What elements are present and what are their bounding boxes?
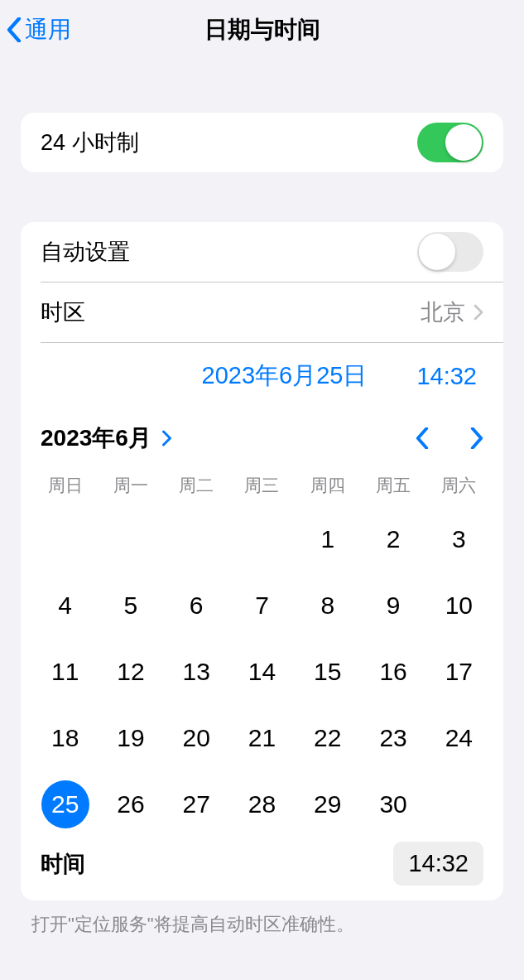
weekday-label: 周五 xyxy=(360,469,425,502)
calendar-day[interactable]: 26 xyxy=(98,780,163,828)
label-timezone: 时区 xyxy=(41,297,85,327)
calendar-day[interactable]: 22 xyxy=(295,714,360,762)
calendar-day[interactable]: 11 xyxy=(32,648,98,696)
weekday-label: 周四 xyxy=(295,469,360,502)
back-label: 通用 xyxy=(25,14,71,46)
chevron-right-icon xyxy=(161,430,172,447)
calendar-day[interactable]: 27 xyxy=(164,780,229,828)
chevron-right-icon xyxy=(474,304,483,321)
page-title: 日期与时间 xyxy=(0,14,524,46)
calendar-day[interactable]: 15 xyxy=(295,648,360,696)
label-24hour: 24 小时制 xyxy=(41,128,139,157)
calendar-day[interactable]: 2 xyxy=(360,515,425,563)
calendar-day[interactable]: 13 xyxy=(164,648,229,696)
time-label: 时间 xyxy=(41,849,85,879)
time-picker[interactable]: 14:32 xyxy=(393,842,483,886)
calendar-day[interactable]: 20 xyxy=(164,714,229,762)
calendar-day[interactable]: 18 xyxy=(32,714,98,762)
weekday-label: 周日 xyxy=(32,469,98,502)
calendar-day[interactable]: 23 xyxy=(360,714,425,762)
weekday-label: 周六 xyxy=(426,469,492,502)
chevron-left-icon xyxy=(7,17,22,42)
row-24hour: 24 小时制 xyxy=(21,113,503,172)
calendar-day[interactable]: 29 xyxy=(295,780,360,828)
calendar-day[interactable]: 17 xyxy=(426,648,492,696)
calendar-day[interactable]: 12 xyxy=(98,648,163,696)
calendar-day[interactable]: 19 xyxy=(98,714,163,762)
calendar-day[interactable]: 14 xyxy=(229,648,295,696)
label-auto: 自动设置 xyxy=(41,237,130,267)
calendar-day[interactable]: 6 xyxy=(164,582,229,630)
calendar-day[interactable]: 3 xyxy=(426,515,492,563)
calendar-day[interactable]: 28 xyxy=(229,780,295,828)
calendar-day[interactable]: 9 xyxy=(360,582,425,630)
calendar-day[interactable]: 1 xyxy=(295,515,360,563)
switch-auto[interactable] xyxy=(417,232,483,272)
calendar-day[interactable]: 16 xyxy=(360,648,425,696)
time-display[interactable]: 14:32 xyxy=(416,363,477,390)
switch-24hour[interactable] xyxy=(417,123,483,162)
prev-month-button[interactable] xyxy=(416,427,429,449)
row-auto: 自动设置 xyxy=(21,222,503,282)
calendar-day[interactable]: 5 xyxy=(98,582,163,630)
calendar-day[interactable]: 8 xyxy=(295,582,360,630)
calendar-day[interactable]: 4 xyxy=(32,582,98,630)
calendar-day[interactable]: 21 xyxy=(229,714,295,762)
calendar-day[interactable]: 24 xyxy=(426,714,492,762)
back-button[interactable]: 通用 xyxy=(7,14,71,46)
calendar-day[interactable]: 25 xyxy=(32,780,98,828)
footnote: 打开"定位服务"将提高自动时区准确性。 xyxy=(0,900,524,937)
next-month-button[interactable] xyxy=(470,427,483,449)
weekday-label: 周三 xyxy=(229,469,295,502)
calendar-day[interactable]: 7 xyxy=(229,582,295,630)
row-timezone[interactable]: 时区 北京 xyxy=(21,282,503,342)
calendar-day[interactable]: 10 xyxy=(426,582,492,630)
calendar-day[interactable]: 30 xyxy=(360,780,425,828)
date-display[interactable]: 2023年6月25日 xyxy=(202,360,368,393)
weekday-label: 周二 xyxy=(164,469,229,502)
value-timezone: 北京 xyxy=(421,297,465,327)
month-label-text: 2023年6月 xyxy=(41,422,151,454)
weekday-label: 周一 xyxy=(98,469,163,502)
month-picker[interactable]: 2023年6月 xyxy=(41,422,172,454)
